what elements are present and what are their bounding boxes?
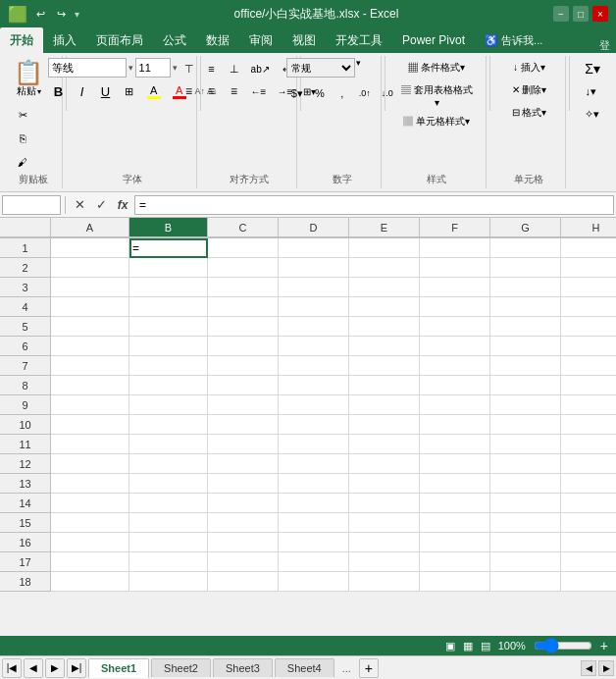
bold-button[interactable]: B xyxy=(48,80,70,102)
conditional-format-button[interactable]: ▦ 条件格式▾ xyxy=(394,58,480,79)
cell-C3[interactable] xyxy=(208,278,279,297)
cell-A3[interactable] xyxy=(51,278,129,297)
formula-input[interactable] xyxy=(134,195,614,215)
cell-B3[interactable] xyxy=(129,278,208,297)
cell-H6[interactable] xyxy=(561,337,616,356)
font-name-input[interactable] xyxy=(48,58,127,78)
cell-D5[interactable] xyxy=(279,317,349,337)
cell-B16[interactable] xyxy=(129,533,208,552)
cell-D11[interactable] xyxy=(279,435,349,454)
cell-D4[interactable] xyxy=(279,297,349,317)
scroll-last-sheet-button[interactable]: ▶| xyxy=(67,658,86,678)
cell-F8[interactable] xyxy=(420,376,490,395)
fill-color-button[interactable]: A xyxy=(142,80,166,102)
col-header-H[interactable]: H xyxy=(561,218,616,237)
delete-cells-button[interactable]: ✕ 删除▾ xyxy=(507,80,552,102)
corner-cell[interactable] xyxy=(0,218,51,237)
cell-D12[interactable] xyxy=(279,454,349,474)
cell-F6[interactable] xyxy=(420,337,490,356)
cell-C13[interactable] xyxy=(208,474,279,494)
cell-B17[interactable] xyxy=(129,552,208,572)
cell-A13[interactable] xyxy=(51,474,129,494)
cell-E6[interactable] xyxy=(349,337,420,356)
cell-C16[interactable] xyxy=(208,533,279,552)
row-header-13[interactable]: 13 xyxy=(0,474,51,494)
cell-D2[interactable] xyxy=(279,258,349,278)
cell-B6[interactable] xyxy=(129,337,208,356)
cell-D7[interactable] xyxy=(279,356,349,376)
format-painter-button[interactable]: 🖌 xyxy=(12,151,33,173)
cell-E1[interactable] xyxy=(349,238,420,258)
insert-function-button[interactable]: fx xyxy=(113,195,132,215)
cell-C11[interactable] xyxy=(208,435,279,454)
cell-E2[interactable] xyxy=(349,258,420,278)
cell-B9[interactable] xyxy=(129,395,208,415)
row-header-11[interactable]: 11 xyxy=(0,435,51,454)
cell-C9[interactable] xyxy=(208,395,279,415)
cell-A11[interactable] xyxy=(51,435,129,454)
currency-button[interactable]: $▾ xyxy=(286,82,308,104)
col-header-F[interactable]: F xyxy=(420,218,490,237)
sum-button[interactable]: Σ▾ xyxy=(580,58,605,79)
minimize-button[interactable]: − xyxy=(553,6,569,22)
cell-B14[interactable] xyxy=(129,494,208,513)
cell-A4[interactable] xyxy=(51,297,129,317)
tab-insert[interactable]: 插入 xyxy=(43,27,86,53)
right-align-button[interactable]: ≡ xyxy=(224,80,245,102)
cell-F4[interactable] xyxy=(420,297,490,317)
col-header-G[interactable]: G xyxy=(490,218,561,237)
cell-G9[interactable] xyxy=(490,395,561,415)
orientation-button[interactable]: ab↗ xyxy=(246,58,275,79)
cell-F9[interactable] xyxy=(420,395,490,415)
tab-home[interactable]: 开始 xyxy=(0,27,43,53)
cell-G18[interactable] xyxy=(490,572,561,592)
row-header-4[interactable]: 4 xyxy=(0,297,51,317)
tab-developer[interactable]: 开发工具 xyxy=(326,27,392,53)
zoom-in-button[interactable]: + xyxy=(600,638,608,653)
cell-A1[interactable] xyxy=(51,238,129,258)
cell-A8[interactable] xyxy=(51,376,129,395)
cell-styles-button[interactable]: ▥ 单元格样式▾ xyxy=(394,112,480,133)
scroll-first-sheet-button[interactable]: |◀ xyxy=(2,658,22,678)
tab-data[interactable]: 数据 xyxy=(196,27,239,53)
border-button[interactable]: ⊞ xyxy=(119,80,140,102)
cell-H2[interactable] xyxy=(561,258,616,278)
cancel-formula-button[interactable]: ✕ xyxy=(70,195,89,215)
view-layout-icon[interactable]: ▦ xyxy=(463,640,473,653)
left-align-button[interactable]: ≡ xyxy=(179,80,200,102)
cell-F12[interactable] xyxy=(420,454,490,474)
cell-G15[interactable] xyxy=(490,513,561,533)
cell-G7[interactable] xyxy=(490,356,561,376)
cell-F3[interactable] xyxy=(420,278,490,297)
format-cells-button[interactable]: ⊟ 格式▾ xyxy=(507,103,552,125)
row-header-12[interactable]: 12 xyxy=(0,454,51,474)
cell-A15[interactable] xyxy=(51,513,129,533)
cell-E11[interactable] xyxy=(349,435,420,454)
cell-D6[interactable] xyxy=(279,337,349,356)
middle-align-button[interactable]: ≡ xyxy=(201,58,223,79)
col-header-A[interactable]: A xyxy=(51,218,129,237)
cell-A5[interactable] xyxy=(51,317,129,337)
sheet-tab-1[interactable]: Sheet1 xyxy=(88,658,149,678)
undo-button[interactable]: ↩ xyxy=(33,7,48,22)
cell-G1[interactable] xyxy=(490,238,561,258)
font-size-dropdown[interactable]: ▾ xyxy=(173,63,178,73)
cell-A17[interactable] xyxy=(51,552,129,572)
row-header-17[interactable]: 17 xyxy=(0,552,51,572)
cell-C15[interactable] xyxy=(208,513,279,533)
col-header-E[interactable]: E xyxy=(349,218,420,237)
add-sheet-button[interactable]: + xyxy=(359,658,379,678)
sheet-scroll-right[interactable]: ▶ xyxy=(598,660,614,676)
decrease-indent-button[interactable]: ←≡ xyxy=(246,80,272,102)
cut-button[interactable]: ✂ xyxy=(12,104,33,126)
cell-C14[interactable] xyxy=(208,494,279,513)
tab-powerpivot[interactable]: Power Pivot xyxy=(392,27,475,53)
row-header-9[interactable]: 9 xyxy=(0,395,51,415)
col-header-C[interactable]: C xyxy=(208,218,279,237)
confirm-formula-button[interactable]: ✓ xyxy=(91,195,111,215)
cell-F16[interactable] xyxy=(420,533,490,552)
sheet-scroll-left[interactable]: ◀ xyxy=(581,660,596,676)
cell-H8[interactable] xyxy=(561,376,616,395)
row-header-3[interactable]: 3 xyxy=(0,278,51,297)
cell-E5[interactable] xyxy=(349,317,420,337)
